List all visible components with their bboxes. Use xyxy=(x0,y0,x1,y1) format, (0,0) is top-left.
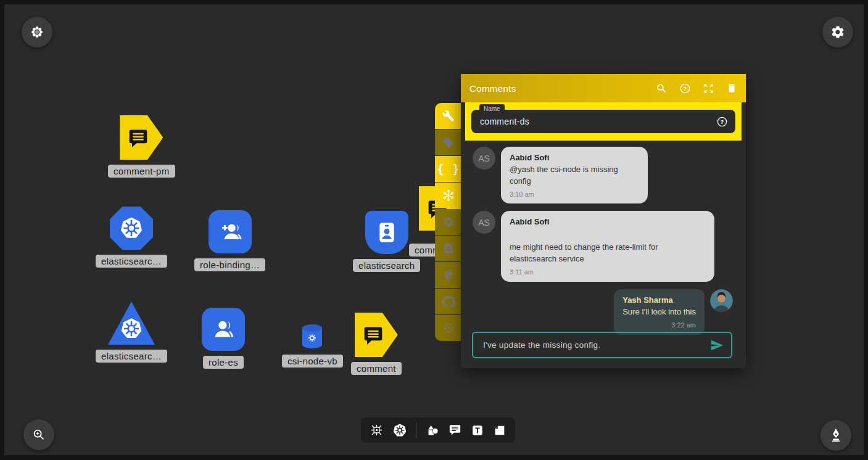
message-author: Yash Sharma xyxy=(622,295,696,306)
node-label: elasticsearch xyxy=(353,259,420,272)
braces-icon: { } xyxy=(437,162,460,176)
shield-button[interactable] xyxy=(435,262,462,288)
node-comment-pm[interactable]: comment-pm xyxy=(108,115,175,178)
message-row: AS Aabid Sofi me might need to change th… xyxy=(473,211,746,281)
note-icon xyxy=(493,424,506,437)
text-icon-button[interactable] xyxy=(471,424,484,437)
panel-title: Comments xyxy=(469,83,656,94)
circuit-icon-button[interactable] xyxy=(370,423,384,437)
zoom-button[interactable] xyxy=(23,419,54,450)
message-row: AS Aabid Sofi @yash the csi-node is miss… xyxy=(473,147,746,203)
history-button[interactable] xyxy=(435,315,462,341)
message-time: 3:10 am xyxy=(510,190,639,200)
circuit-icon xyxy=(370,423,384,437)
shield-icon xyxy=(442,269,455,281)
gear-icon xyxy=(830,25,845,39)
svg-text:?: ? xyxy=(684,84,687,91)
comment-input[interactable] xyxy=(482,340,710,350)
panel-header-actions: ? xyxy=(656,83,737,94)
note-icon-button[interactable] xyxy=(493,424,506,437)
kubernetes-icon xyxy=(392,423,407,438)
zoom-in-icon xyxy=(32,428,46,442)
settings-button[interactable] xyxy=(822,17,853,47)
node-action-toolbar: { } xyxy=(435,103,462,342)
comment-bubble-icon xyxy=(126,125,151,150)
kubernetes-shape[interactable] xyxy=(108,302,155,345)
kubernetes-icon xyxy=(119,316,144,341)
name-field-label: Name xyxy=(479,104,505,113)
node-label: comment-pm xyxy=(108,165,175,178)
tag-button[interactable] xyxy=(435,129,462,155)
name-input[interactable] xyxy=(479,116,716,127)
volume-cylinder-shape[interactable] xyxy=(300,324,324,350)
help-icon[interactable]: ? xyxy=(679,83,691,94)
message-author: Aabid Sofi xyxy=(510,216,706,228)
avatar: AS xyxy=(473,147,495,170)
people-icon xyxy=(210,316,237,343)
node-csi-node-vb[interactable]: csi-node-vb xyxy=(282,324,343,368)
toolbar-divider xyxy=(416,422,416,438)
message-text: me might need to change the rate-limit f… xyxy=(510,242,706,265)
shapes-icon-button[interactable] xyxy=(425,423,440,438)
history-icon xyxy=(442,322,455,334)
field-help-icon[interactable]: ? xyxy=(716,116,728,128)
add-people-icon xyxy=(217,218,244,245)
message-bubble: Aabid Sofi @yash the csi-node is missing… xyxy=(501,147,648,203)
message-time: 3:22 am xyxy=(622,321,696,331)
message-time: 3:11 am xyxy=(510,268,706,277)
text-icon xyxy=(471,424,484,437)
name-field-section: Name ? xyxy=(465,102,742,141)
node-role-es[interactable]: role-es xyxy=(202,308,245,369)
send-icon[interactable] xyxy=(710,339,724,352)
comment-icon-button[interactable] xyxy=(448,423,462,437)
kubernetes-icon xyxy=(118,215,144,241)
node-label: csi-node-vb xyxy=(282,355,343,368)
comment-shape[interactable] xyxy=(355,313,398,357)
messages-area[interactable]: AS Aabid Sofi @yash the csi-node is miss… xyxy=(461,141,746,368)
avatar-photo xyxy=(710,289,733,312)
comments-panel-header[interactable]: Comments ? xyxy=(461,74,746,102)
id-badge-icon xyxy=(374,220,399,245)
node-elasticsearch-triangle[interactable]: elasticsearc… xyxy=(96,302,167,363)
shapes-icon xyxy=(425,423,440,438)
kubernetes-shape[interactable] xyxy=(110,207,153,250)
node-label: elasticsearc… xyxy=(96,255,167,268)
expand-icon[interactable] xyxy=(703,83,714,94)
flower-menu-button[interactable] xyxy=(22,17,52,47)
wrench-icon xyxy=(442,110,455,122)
message-text: @yash the csi-node is missing config xyxy=(510,164,639,187)
role-shape[interactable] xyxy=(202,308,245,351)
pen-tool-button[interactable] xyxy=(820,420,851,451)
node-role-binding[interactable]: role-binding… xyxy=(194,210,265,271)
node-label: role-es xyxy=(203,356,244,369)
doc-search-icon xyxy=(442,242,455,255)
role-binding-shape[interactable] xyxy=(209,210,252,253)
service-account-shape[interactable] xyxy=(365,211,408,254)
comments-panel: Comments ? Name ? xyxy=(461,74,746,368)
kubernetes-icon-button[interactable] xyxy=(392,423,407,438)
delete-icon[interactable] xyxy=(726,83,737,94)
node-elasticsearch-serviceaccount[interactable]: elasticsearch xyxy=(353,211,420,272)
svg-text:?: ? xyxy=(721,118,724,125)
mesh-button[interactable] xyxy=(435,183,462,208)
avatar: AS xyxy=(473,211,495,234)
comment-icon xyxy=(448,423,462,437)
comment-bubble-icon xyxy=(361,322,386,347)
comment-input-box[interactable] xyxy=(472,332,732,358)
node-label: comment xyxy=(351,362,402,375)
design-canvas[interactable]: comment-pm elasticsearc… role-bindin xyxy=(4,4,864,455)
node-label: role-binding… xyxy=(194,258,265,271)
shape-palette-toolbar xyxy=(361,417,515,443)
wrench-button[interactable] xyxy=(435,103,462,129)
comment-shape[interactable] xyxy=(120,115,163,160)
message-text: Sure I'll look into this xyxy=(622,306,696,318)
node-elasticsearch-octagon[interactable]: elasticsearc… xyxy=(96,207,167,268)
name-field[interactable]: Name ? xyxy=(471,110,735,133)
braces-button[interactable]: { } xyxy=(435,156,462,182)
settings-button[interactable] xyxy=(435,209,462,235)
search-icon[interactable] xyxy=(656,83,668,94)
node-comment[interactable]: comment xyxy=(351,313,402,375)
node-label: elasticsearc… xyxy=(96,350,167,363)
github-button[interactable] xyxy=(435,289,462,314)
doc-search-button[interactable] xyxy=(435,236,462,261)
